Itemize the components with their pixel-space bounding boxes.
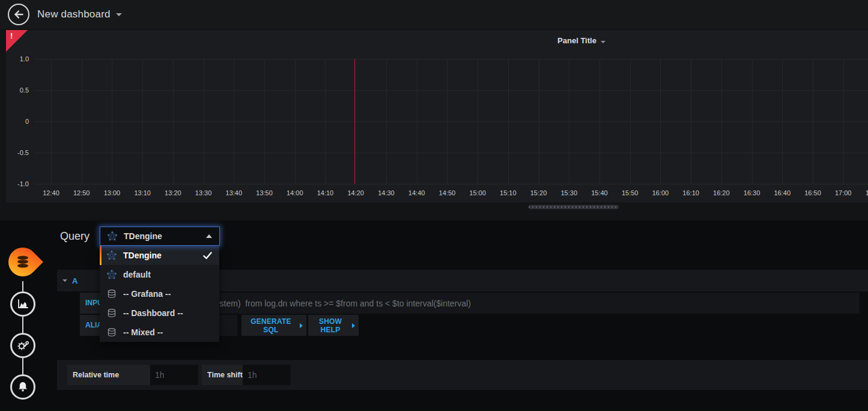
grid-line-horizontal [34,184,868,184]
database-icon [107,308,117,318]
grid-line-vertical [82,59,82,184]
grid-line-horizontal [34,90,868,91]
x-axis-tick-label: 15:00 [464,189,491,197]
grid-line-vertical [660,59,661,184]
dashboard-title-dropdown[interactable]: New dashboard [37,0,122,29]
x-axis-tick-label: 16:50 [800,189,826,197]
datasource-option-tdengine[interactable]: TDengine [100,246,219,265]
grid-line-vertical [356,59,356,184]
x-axis-tick-label: 15:40 [586,189,613,197]
y-axis-tick-label: -1.0 [6,180,29,188]
x-axis-tick-label: 12:40 [38,189,64,197]
x-axis-tick-label: 13:40 [220,189,247,197]
grid-line-vertical [569,59,569,184]
grid-line-vertical [478,59,478,184]
tdengine-icon [107,270,117,279]
database-icon [15,254,31,270]
sql-input[interactable] [142,293,860,314]
grid-line-vertical [204,59,204,184]
tab-queries[interactable] [2,242,43,282]
time-series-plot: 1.00.50-0.5-1.012:4012:5013:0013:1013:20… [6,30,868,202]
grid-line-horizontal [34,153,868,153]
time-shift-input[interactable] [243,365,291,385]
grid-line-vertical [173,59,174,184]
datasource-menu: TDengine default -- Grafana -- [100,246,219,342]
y-axis-tick-label: 0 [6,117,29,126]
queries-tab-content: Query TDengine TDengine [57,221,868,411]
query-section-label: Query [60,230,90,243]
generate-sql-button[interactable]: GENERATE SQL [241,315,306,336]
grid-line-vertical [721,59,722,184]
chevron-down-icon [116,13,122,16]
grid-line-horizontal [34,59,868,59]
editor-tab-rail [0,221,54,411]
panel-editor: Query TDengine TDengine [0,221,868,411]
show-help-button[interactable]: SHOW HELP [308,315,359,336]
chevron-right-icon [300,323,303,328]
x-axis-tick-label: 15:20 [526,189,552,197]
x-axis-tick-label: 14:50 [434,189,460,197]
grid-line-vertical [142,59,143,184]
x-axis-tick-label: 12:50 [68,189,95,197]
x-axis-tick-label: 13:00 [99,189,125,197]
x-axis-tick-label: 16:30 [739,189,765,197]
back-button[interactable] [8,4,29,25]
grid-line-vertical [295,59,296,184]
datasource-option-mixed[interactable]: -- Mixed -- [100,323,219,342]
grid-line-vertical [813,59,813,184]
y-axis-tick-label: -0.5 [6,148,29,157]
chart-icon [16,298,29,310]
x-axis-tick-label: 14:10 [312,189,338,197]
dashboard-title-text: New dashboard [37,8,111,20]
database-icon [107,289,117,299]
x-axis-tick-label: 15:30 [556,189,582,197]
dashboard-canvas: ! Panel Title 1.00.50-0.5-1.012:4012:501… [0,29,868,221]
relative-time-label: Relative time [67,365,150,385]
x-axis-tick-label: 15:10 [495,189,521,197]
bell-icon [16,380,29,394]
grafana-app: New dashboard ! Panel Title 1.00.50-0.5-… [0,0,868,411]
chevron-right-icon [352,323,355,328]
grid-line-vertical [630,59,631,184]
grid-line-vertical [51,59,52,184]
grid-line-vertical [234,59,234,184]
chevron-down-icon [62,279,67,282]
tab-alert[interactable] [10,374,35,400]
grid-line-vertical [843,59,844,184]
x-axis-tick-label: 14:30 [373,189,399,197]
datasource-option-default[interactable]: default [100,265,219,284]
grid-line-horizontal [34,121,868,122]
grid-line-vertical [447,59,448,184]
grid-line-vertical [386,59,387,184]
check-icon [203,252,212,260]
y-axis-tick-label: 1.0 [6,55,29,63]
relative-time-input[interactable] [150,365,198,385]
datasource-option-dashboard[interactable]: -- Dashboard -- [100,303,219,323]
tab-visualization[interactable] [10,291,35,317]
grid-line-vertical [599,59,600,184]
tab-general[interactable] [10,333,35,358]
grid-line-vertical [508,59,509,184]
datasource-option-grafana[interactable]: -- Grafana -- [100,284,219,303]
arrow-left-icon [13,9,24,20]
selected-option-stripe [100,246,102,265]
datasource-selected-value: TDengine [124,231,162,241]
grid-line-vertical [782,59,783,184]
chevron-up-icon [206,234,212,238]
tab-connector-line [22,281,23,291]
x-axis-tick-label: 14:20 [342,189,369,197]
tdengine-icon [108,231,117,241]
x-axis-tick-label: 16:00 [647,189,673,197]
annotation-vline [354,59,355,184]
grid-line-vertical [264,59,265,184]
y-axis-tick-label: 0.5 [6,86,29,94]
query-options-band: Relative time Time shift [57,360,868,390]
x-axis-tick-label: 14:00 [282,189,308,197]
x-axis-tick-label: 16:20 [708,189,735,197]
x-axis-tick-label: 16:10 [678,189,704,197]
grid-line-vertical [691,59,691,184]
panel-resize-handle[interactable] [529,205,619,209]
datasource-select[interactable]: TDengine [100,227,220,246]
query-letter: A [72,276,77,285]
x-axis-tick-label: 13:20 [160,189,186,197]
